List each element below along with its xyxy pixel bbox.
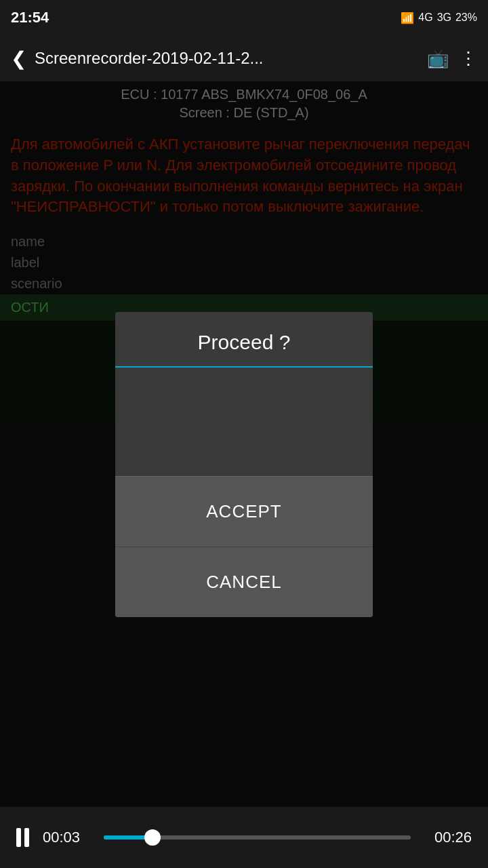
dialog-title-area: Proceed ? [115,312,373,368]
cast-icon[interactable]: 📺 [427,48,449,69]
current-time: 00:03 [43,829,90,846]
top-bar-actions: 📺 ⋮ [427,48,477,69]
top-bar: ❮ Screenrecorder-2019-02-11-2... 📺 ⋮ [0,35,488,81]
accept-button[interactable]: ACCEPT [115,476,373,547]
pause-bar-left [16,828,21,847]
dialog-body [115,368,373,476]
dialog-buttons: ACCEPT CANCEL [115,476,373,617]
network-3g: 3G [437,12,451,24]
pause-button[interactable] [16,828,29,847]
status-bar: 21:54 📶 4G 3G 23% [0,0,488,35]
status-icons: 📶 4G 3G 23% [401,12,477,24]
progress-thumb[interactable] [144,829,161,846]
network-4g: 4G [418,12,432,24]
dialog-title: Proceed ? [131,331,357,366]
status-time: 21:54 [11,9,49,26]
battery-icon: 23% [455,12,477,24]
wifi-icon: 📶 [401,12,414,24]
more-icon[interactable]: ⋮ [460,48,477,69]
total-time: 00:26 [424,829,472,846]
top-bar-title: Screenrecorder-2019-02-11-2... [35,49,427,68]
playback-bar: 00:03 00:26 [0,807,488,868]
back-button[interactable]: ❮ [11,47,26,70]
proceed-dialog: Proceed ? ACCEPT CANCEL [115,312,373,617]
pause-icon [16,828,29,847]
cancel-button[interactable]: CANCEL [115,547,373,617]
progress-track[interactable] [104,835,411,840]
pause-bar-right [24,828,29,847]
